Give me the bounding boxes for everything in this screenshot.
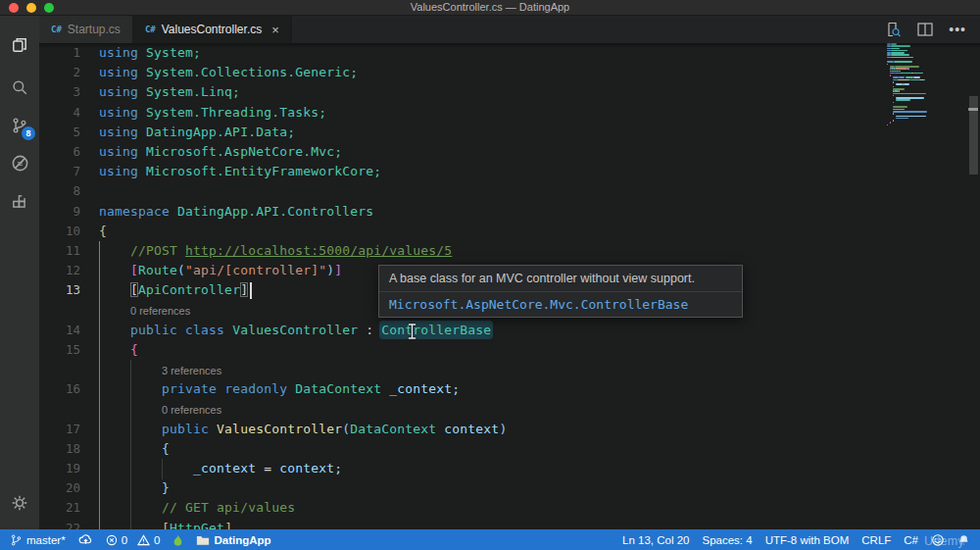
- line-number[interactable]: [39, 360, 80, 379]
- line-number[interactable]: 10: [39, 222, 80, 241]
- line-number[interactable]: 22: [39, 519, 80, 530]
- line-number[interactable]: 16: [39, 379, 80, 399]
- split-editor-icon[interactable]: [917, 23, 933, 36]
- encoding-status[interactable]: UTF-8 with BOM: [765, 534, 850, 546]
- tab-valuescontroller-cs[interactable]: C# ValuesController.cs ×: [133, 16, 292, 43]
- code-row[interactable]: 18 {: [39, 439, 980, 459]
- vscode-window: ValuesController.cs — DatingApp 8 C# Sta…: [0, 0, 980, 550]
- line-number[interactable]: 9: [39, 202, 80, 222]
- code-row[interactable]: 7using Microsoft.EntityFrameworkCore;: [39, 162, 980, 181]
- code-row[interactable]: 10{: [39, 222, 980, 241]
- code-row[interactable]: 3using System.Linq;: [39, 82, 980, 102]
- line-number[interactable]: 7: [39, 162, 80, 181]
- code-row[interactable]: 16 private readonly DataContext _context…: [39, 379, 980, 399]
- extensions-icon[interactable]: [0, 182, 39, 221]
- cloud-upload-icon: [78, 533, 93, 546]
- line-number[interactable]: 20: [39, 478, 80, 498]
- code-row[interactable]: 11 //POST http://localhost:5000/api/valu…: [39, 241, 980, 261]
- folder-name: DatingApp: [214, 534, 270, 546]
- line-number[interactable]: 2: [39, 63, 80, 82]
- codelens-references[interactable]: 0 references: [99, 399, 221, 419]
- search-icon[interactable]: [0, 68, 39, 106]
- codelens-row[interactable]: 3 references: [39, 360, 980, 379]
- status-bar: master* 0 0 DatingApp Ln 13, Col 20 Spac…: [0, 529, 980, 550]
- code-row[interactable]: 9namespace DatingApp.API.Controllers: [39, 202, 980, 222]
- error-count: 0: [122, 534, 127, 546]
- code-row[interactable]: 8: [39, 181, 980, 201]
- line-number[interactable]: 13: [39, 280, 80, 300]
- status-right: Ln 13, Col 20 Spaces: 4 UTF-8 with BOM C…: [622, 533, 970, 547]
- code-row[interactable]: 14 public class ValuesController : Contr…: [39, 321, 980, 340]
- minimap[interactable]: [887, 43, 947, 239]
- code-text: [Route("api/[controller]")]: [99, 261, 342, 280]
- more-actions-icon[interactable]: •••: [949, 25, 966, 34]
- code-row[interactable]: 22 [HttpGet]: [39, 519, 980, 530]
- code-text: using System.Linq;: [99, 82, 240, 102]
- hover-doc-text: A base class for an MVC controller witho…: [379, 266, 742, 291]
- code-row[interactable]: 6using Microsoft.AspNetCore.Mvc;: [39, 142, 980, 162]
- line-number[interactable]: 11: [39, 241, 80, 261]
- sync-status[interactable]: [78, 533, 93, 546]
- line-number[interactable]: 14: [39, 321, 80, 340]
- codelens-row[interactable]: 0 references: [39, 399, 980, 419]
- code-row[interactable]: 15 {: [39, 340, 980, 360]
- code-row[interactable]: 4using System.Threading.Tasks;: [39, 103, 980, 123]
- line-number[interactable]: 19: [39, 459, 80, 478]
- open-changes-icon[interactable]: [885, 22, 902, 37]
- line-number[interactable]: 18: [39, 439, 80, 459]
- code-row[interactable]: 5using DatingApp.API.Data;: [39, 123, 980, 142]
- editor-actions: •••: [885, 16, 980, 43]
- indentation-status[interactable]: Spaces: 4: [702, 534, 752, 546]
- folder-icon: [196, 534, 210, 546]
- titlebar: ValuesController.cs — DatingApp: [0, 0, 980, 16]
- line-number[interactable]: 3: [39, 82, 80, 102]
- workspace-folder-status[interactable]: DatingApp: [196, 534, 270, 546]
- code-text: [HttpGet]: [99, 519, 232, 530]
- line-number[interactable]: 8: [39, 181, 80, 201]
- line-number[interactable]: 6: [39, 142, 80, 162]
- line-number[interactable]: [39, 300, 80, 320]
- line-number[interactable]: 1: [39, 43, 80, 63]
- debug-icon[interactable]: [0, 144, 39, 182]
- code-editor[interactable]: 1using System;2using System.Collections.…: [39, 43, 980, 529]
- codelens-references[interactable]: 0 references: [99, 300, 190, 320]
- branch-icon: [10, 533, 23, 547]
- line-number[interactable]: 12: [39, 261, 80, 280]
- codelens-references[interactable]: 3 references: [99, 360, 221, 379]
- line-number[interactable]: 17: [39, 420, 80, 439]
- line-number[interactable]: [39, 399, 80, 419]
- hover-signature-text: Microsoft.AspNetCore.Mvc.ControllerBase: [379, 291, 742, 317]
- tab-startup-cs[interactable]: C# Startup.cs: [39, 16, 133, 43]
- explorer-icon[interactable]: [0, 25, 39, 64]
- code-row[interactable]: 17 public ValuesController(DataContext c…: [39, 420, 980, 439]
- code-row[interactable]: 1using System;: [39, 43, 980, 63]
- line-number[interactable]: 21: [39, 498, 80, 518]
- code-text: using Microsoft.EntityFrameworkCore;: [99, 162, 381, 181]
- code-row[interactable]: 20 }: [39, 478, 980, 498]
- code-text: public class ValuesController : Controll…: [99, 321, 491, 340]
- udemy-watermark: Udemy: [924, 534, 964, 548]
- code-row[interactable]: 2using System.Collections.Generic;: [39, 63, 980, 82]
- settings-gear-icon[interactable]: [0, 483, 39, 522]
- cursor-position-status[interactable]: Ln 13, Col 20: [622, 534, 689, 546]
- mouse-ibeam-cursor: [407, 323, 417, 344]
- code-text: using System.Threading.Tasks;: [99, 103, 326, 123]
- hover-tooltip: A base class for an MVC controller witho…: [378, 265, 743, 318]
- line-number[interactable]: 5: [39, 123, 80, 142]
- line-number[interactable]: 15: [39, 340, 80, 360]
- warning-icon: [137, 534, 150, 546]
- flame-icon: [172, 533, 183, 547]
- omnisharp-status[interactable]: [172, 533, 183, 547]
- code-row[interactable]: 19 _context = context;: [39, 459, 980, 478]
- code-text: public ValuesController(DataContext cont…: [99, 420, 507, 439]
- code-text: _context = context;: [99, 459, 342, 478]
- problems-status[interactable]: 0 0: [106, 534, 161, 546]
- line-number[interactable]: 4: [39, 103, 80, 123]
- language-mode-status[interactable]: C#: [904, 534, 918, 546]
- eol-status[interactable]: CRLF: [861, 534, 891, 546]
- source-control-icon[interactable]: 8: [0, 106, 39, 144]
- git-branch-status[interactable]: master*: [10, 533, 66, 547]
- branch-name: master*: [26, 534, 66, 546]
- close-tab-icon[interactable]: ×: [271, 24, 279, 36]
- code-row[interactable]: 21 // GET api/values: [39, 498, 980, 518]
